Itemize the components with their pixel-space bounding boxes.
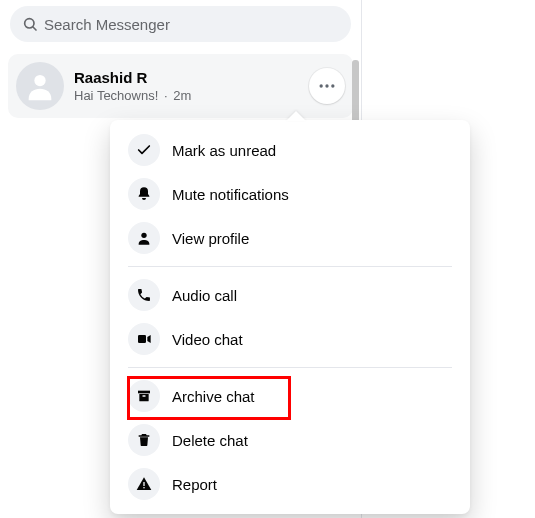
menu-label: Audio call bbox=[172, 287, 237, 304]
svg-rect-7 bbox=[138, 335, 146, 343]
svg-point-2 bbox=[34, 75, 45, 86]
svg-point-3 bbox=[320, 84, 323, 87]
conversation-more-button[interactable] bbox=[309, 68, 345, 104]
svg-marker-8 bbox=[147, 335, 150, 343]
menu-mark-unread[interactable]: Mark as unread bbox=[110, 128, 470, 172]
menu-delete-chat[interactable]: Delete chat bbox=[110, 418, 470, 462]
menu-label: Mark as unread bbox=[172, 142, 276, 159]
svg-line-1 bbox=[33, 27, 36, 30]
scrollbar-thumb[interactable] bbox=[352, 60, 359, 124]
conversation-context-menu: Mark as unread Mute notifications View p… bbox=[110, 120, 470, 514]
svg-rect-9 bbox=[138, 391, 150, 394]
menu-report[interactable]: Report bbox=[110, 462, 470, 506]
svg-point-5 bbox=[331, 84, 334, 87]
conversation-time: 2m bbox=[173, 88, 191, 103]
conversation-preview: Hai Techowns! bbox=[74, 88, 158, 103]
warning-icon bbox=[128, 468, 160, 500]
menu-video-chat[interactable]: Video chat bbox=[110, 317, 470, 361]
menu-label: Mute notifications bbox=[172, 186, 289, 203]
svg-point-4 bbox=[325, 84, 328, 87]
svg-point-6 bbox=[141, 233, 146, 238]
search-icon bbox=[22, 16, 38, 32]
bell-icon bbox=[128, 178, 160, 210]
menu-label: Archive chat bbox=[172, 388, 255, 405]
phone-icon bbox=[128, 279, 160, 311]
ellipsis-icon bbox=[317, 76, 337, 96]
menu-label: Report bbox=[172, 476, 217, 493]
check-icon bbox=[128, 134, 160, 166]
person-icon bbox=[128, 222, 160, 254]
archive-icon bbox=[128, 380, 160, 412]
video-icon bbox=[128, 323, 160, 355]
svg-rect-12 bbox=[143, 487, 144, 488]
menu-view-profile[interactable]: View profile bbox=[110, 216, 470, 260]
menu-label: Delete chat bbox=[172, 432, 248, 449]
menu-label: Video chat bbox=[172, 331, 243, 348]
trash-icon bbox=[128, 424, 160, 456]
menu-label: View profile bbox=[172, 230, 249, 247]
menu-audio-call[interactable]: Audio call bbox=[110, 273, 470, 317]
conversation-row[interactable]: Raashid R Hai Techowns! · 2m bbox=[8, 54, 353, 118]
conversation-subtitle: Hai Techowns! · 2m bbox=[74, 88, 309, 103]
search-wrap bbox=[0, 0, 361, 48]
conversation-name: Raashid R bbox=[74, 69, 309, 86]
menu-archive-chat[interactable]: Archive chat bbox=[110, 374, 470, 418]
search-pill[interactable] bbox=[10, 6, 351, 42]
svg-rect-11 bbox=[143, 482, 144, 486]
avatar bbox=[16, 62, 64, 110]
menu-separator bbox=[128, 367, 452, 368]
menu-mute-notifications[interactable]: Mute notifications bbox=[110, 172, 470, 216]
menu-separator bbox=[128, 266, 452, 267]
search-input[interactable] bbox=[44, 16, 339, 33]
svg-rect-10 bbox=[142, 395, 145, 396]
conversation-text: Raashid R Hai Techowns! · 2m bbox=[74, 69, 309, 103]
